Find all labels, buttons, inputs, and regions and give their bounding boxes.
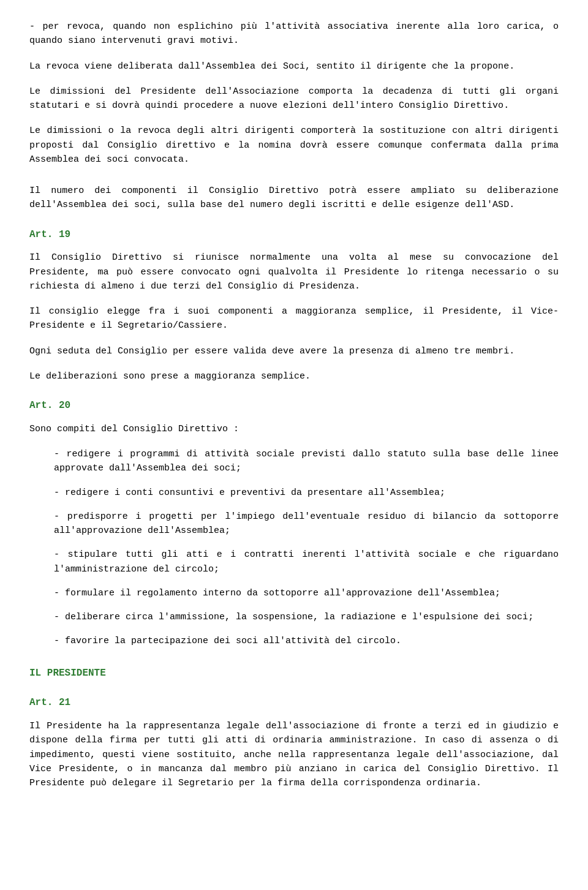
list-item-7-text: - favorire la partecipazione dei soci al… (54, 636, 401, 646)
block3-paragraph: Le dimissioni del Presidente dell'Associ… (29, 85, 559, 113)
block5-paragraph: Il numero dei componenti il Consiglio Di… (29, 184, 559, 213)
block8-text: Ogni seduta del Consiglio per essere val… (29, 346, 514, 356)
block6-paragraph: Il Consiglio Direttivo si riunisce norma… (29, 251, 559, 293)
block2-text: La revoca viene deliberata dall'Assemble… (29, 61, 514, 72)
art19-heading: Art. 19 (29, 227, 559, 243)
list-item-5: - formulare il regolamento interno da so… (54, 586, 559, 600)
block5-text: Il numero dei componenti il Consiglio Di… (29, 186, 559, 210)
block9-text: Le deliberazioni sono prese a maggioranz… (29, 371, 311, 382)
block3-text: Le dimissioni del Presidente dell'Associ… (29, 86, 559, 111)
list-item-4-text: - stipulare tutti gli atti e i contratti… (54, 549, 559, 574)
block7-paragraph: Il consiglio elegge fra i suoi component… (29, 304, 559, 333)
block4-text: Le dimissioni o la revoca degli altri di… (29, 126, 559, 165)
duties-list: - redigere i programmi di attività socia… (54, 447, 559, 649)
block2-paragraph: La revoca viene deliberata dall'Assemble… (29, 59, 559, 74)
list-item-3: - predisporre i progetti per l'impiego d… (54, 510, 559, 538)
block8-paragraph: Ogni seduta del Consiglio per essere val… (29, 344, 559, 358)
block10-paragraph: Sono compiti del Consiglio Direttivo : (29, 422, 559, 436)
block11-text: Il Presidente ha la rappresentanza legal… (29, 721, 559, 788)
list-item-2: - redigere i conti consuntivi e preventi… (54, 486, 559, 500)
block7-text: Il consiglio elegge fra i suoi component… (29, 306, 559, 331)
block1-text: - per revoca, quando non esplichino più … (29, 21, 559, 46)
art21-heading: Art. 21 (29, 695, 559, 711)
il-presidente-heading: IL PRESIDENTE (29, 666, 559, 681)
list-item-7: - favorire la partecipazione dei soci al… (54, 634, 559, 648)
block6-text: Il Consiglio Direttivo si riunisce norma… (29, 252, 559, 292)
list-item-1: - redigere i programmi di attività socia… (54, 447, 559, 476)
page-content: - per revoca, quando non esplichino più … (29, 20, 559, 790)
list-item-5-text: - formulare il regolamento interno da so… (54, 588, 500, 598)
block11-paragraph: Il Presidente ha la rappresentanza legal… (29, 719, 559, 790)
list-item-2-text: - redigere i conti consuntivi e preventi… (54, 488, 445, 498)
list-item-1-text: - redigere i programmi di attività socia… (54, 449, 559, 473)
art20-heading: Art. 20 (29, 398, 559, 413)
list-item-4: - stipulare tutti gli atti e i contratti… (54, 548, 559, 576)
block9-paragraph: Le deliberazioni sono prese a maggioranz… (29, 369, 559, 383)
list-item-6: - deliberare circa l'ammissione, la sosp… (54, 610, 559, 624)
block1-paragraph: - per revoca, quando non esplichino più … (29, 20, 559, 48)
list-item-6-text: - deliberare circa l'ammissione, la sosp… (54, 612, 533, 622)
list-item-3-text: - predisporre i progetti per l'impiego d… (54, 511, 559, 536)
block10-text: Sono compiti del Consiglio Direttivo : (29, 424, 239, 434)
block4-paragraph: Le dimissioni o la revoca degli altri di… (29, 124, 559, 167)
